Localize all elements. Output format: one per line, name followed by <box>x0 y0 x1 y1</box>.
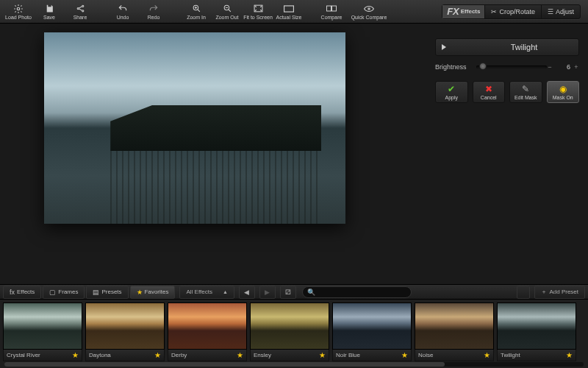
cancel-button[interactable]: ✖ Cancel <box>473 81 506 103</box>
play-icon <box>442 44 446 50</box>
brightness-slider[interactable] <box>476 66 547 68</box>
favorite-star-icon[interactable]: ★ <box>566 351 573 359</box>
redo-button[interactable]: Redo <box>138 1 169 23</box>
crop-rotate-tab[interactable]: ✂Crop/Rotate <box>485 5 542 18</box>
mode-tabs: FXEffects ✂Crop/Rotate ☰Adjust <box>442 4 581 19</box>
quick-compare-button[interactable]: Quick Compare <box>347 1 391 23</box>
thumbnail-label: Noise★ <box>415 350 494 361</box>
random-button[interactable]: ⚂ <box>280 286 296 299</box>
svg-point-3 <box>82 10 83 12</box>
brightness-label: Brightness <box>435 63 476 71</box>
effects-tab[interactable]: fxEffects <box>3 286 41 299</box>
edit-mask-button[interactable]: ✎ Edit Mask <box>509 81 542 103</box>
prev-button[interactable]: ◀ <box>239 286 255 299</box>
add-preset-button[interactable]: ＋Add Preset <box>534 286 585 299</box>
fit-to-screen-button[interactable]: Fit to Screen <box>243 1 273 23</box>
load-photo-button[interactable]: Load Photo <box>3 1 34 23</box>
preview-image[interactable] <box>44 32 345 224</box>
thumbnail-item[interactable]: Daytona★ <box>85 302 165 361</box>
svg-point-0 <box>17 7 20 10</box>
save-button[interactable]: Save <box>34 1 65 23</box>
next-button[interactable]: ▶ <box>259 286 276 299</box>
brush-icon: ✎ <box>520 85 531 93</box>
svg-rect-8 <box>327 6 331 11</box>
favorite-star-icon[interactable]: ★ <box>401 351 408 359</box>
chevron-left-icon: ◀ <box>244 289 249 296</box>
svg-point-2 <box>82 5 83 7</box>
thumbnail-item[interactable]: Twilight★ <box>497 302 576 361</box>
search-input[interactable] <box>318 289 406 295</box>
svg-point-1 <box>77 7 79 9</box>
frames-tab[interactable]: ▢Frames <box>43 286 85 299</box>
dice-icon: ⚂ <box>285 289 291 296</box>
undo-button[interactable]: Undo <box>107 1 138 23</box>
effect-title: Twilight <box>476 43 573 52</box>
compare-button[interactable]: Compare <box>316 1 347 23</box>
fit-icon <box>253 4 263 14</box>
effects-strip: fxEffects ▢Frames ▤Presets ★Favorites Al… <box>0 284 588 368</box>
effect-header[interactable]: Twilight <box>435 38 579 56</box>
thumbnail-image <box>3 302 82 350</box>
thumbnail-label: Crystal River★ <box>3 350 82 361</box>
strip-scrollbar[interactable] <box>4 362 584 367</box>
canvas-area <box>0 24 426 284</box>
share-button[interactable]: Share <box>65 1 96 23</box>
presets-icon: ▤ <box>93 289 99 296</box>
thumbnail-label: Noir Blue★ <box>332 350 412 361</box>
search-box[interactable]: 🔍 <box>302 286 412 298</box>
fx-icon: fx <box>10 289 15 296</box>
gear-icon <box>13 4 24 14</box>
thumbnail-image <box>250 302 329 350</box>
thumbnails-row[interactable]: Crystal River★Daytona★Derby★Ensley★Noir … <box>0 300 588 361</box>
main-area: Twilight Brightness − 6 + ✔ Apply ✖ Canc… <box>0 24 588 284</box>
brightness-param: Brightness − 6 + <box>435 63 579 71</box>
thumbnail-item[interactable]: Ensley★ <box>250 302 329 361</box>
zoom-in-icon <box>191 4 201 14</box>
strip-tabs: fxEffects ▢Frames ▤Presets ★Favorites Al… <box>0 285 588 300</box>
eye-icon <box>364 4 374 14</box>
favorite-star-icon[interactable]: ★ <box>154 351 161 359</box>
frame-icon: ▢ <box>49 289 56 296</box>
search-icon: 🔍 <box>307 289 315 296</box>
thumbnail-item[interactable]: Crystal River★ <box>3 302 82 361</box>
presets-tab[interactable]: ▤Presets <box>86 286 128 299</box>
chevron-right-icon: ▶ <box>265 289 270 296</box>
thumbnail-item[interactable]: Noise★ <box>415 302 494 361</box>
zoom-in-button[interactable]: Zoom In <box>181 1 212 23</box>
adjust-tab[interactable]: ☰Adjust <box>542 5 580 18</box>
toggle-grid-button[interactable] <box>517 286 530 299</box>
thumbnail-image <box>85 302 165 350</box>
star-icon: ★ <box>137 289 143 296</box>
thumbnail-label: Twilight★ <box>497 350 576 361</box>
mask-on-button[interactable]: ◉ Mask On <box>547 81 580 103</box>
zoom-out-button[interactable]: Zoom Out <box>212 1 243 23</box>
apply-button[interactable]: ✔ Apply <box>435 81 468 103</box>
save-icon <box>44 4 54 14</box>
check-icon: ✔ <box>446 85 456 93</box>
svg-point-10 <box>368 7 370 9</box>
favorite-star-icon[interactable]: ★ <box>237 351 243 359</box>
thumbnail-item[interactable]: Noir Blue★ <box>332 302 412 361</box>
favorite-star-icon[interactable]: ★ <box>484 351 490 359</box>
thumbnail-image <box>332 302 412 350</box>
svg-rect-9 <box>332 6 337 11</box>
svg-rect-7 <box>284 5 294 11</box>
fx-tab[interactable]: FXEffects <box>442 5 485 18</box>
decrement-button[interactable]: − <box>547 63 553 71</box>
thumbnail-label: Derby★ <box>168 350 247 361</box>
thumbnail-image <box>497 302 576 350</box>
undo-icon <box>118 4 128 14</box>
favorite-star-icon[interactable]: ★ <box>319 351 326 359</box>
actual-size-button[interactable]: Actual Size <box>273 1 304 23</box>
thumbnail-item[interactable]: Derby★ <box>168 302 247 361</box>
brightness-value: 6 <box>556 63 570 71</box>
favorites-tab[interactable]: ★Favorites <box>130 286 176 299</box>
mask-icon: ◉ <box>558 85 568 93</box>
share-icon <box>75 4 85 14</box>
increment-button[interactable]: + <box>573 63 579 71</box>
actual-size-icon <box>284 4 294 14</box>
favorite-star-icon[interactable]: ★ <box>72 351 79 359</box>
panel-actions: ✔ Apply ✖ Cancel ✎ Edit Mask ◉ Mask On <box>435 81 579 103</box>
redo-icon <box>148 4 159 14</box>
category-dropdown[interactable]: All Effects▲ <box>179 286 234 299</box>
